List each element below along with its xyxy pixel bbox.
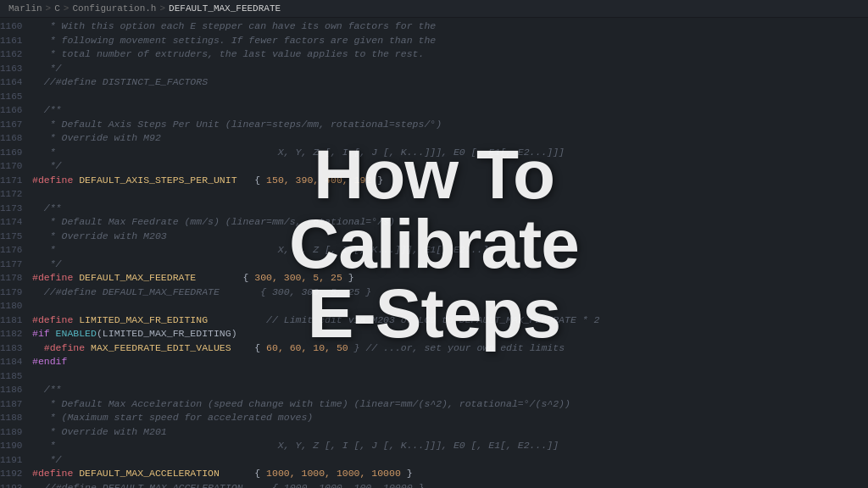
code-line: 1165 <box>0 90 868 104</box>
line-number: 1186 <box>0 383 32 397</box>
line-content: * Override with M92 <box>32 131 868 146</box>
line-content: * total number of extruders, the last va… <box>32 47 868 62</box>
code-line: 1192#define DEFAULT_MAX_ACCELERATION { 1… <box>0 467 868 481</box>
line-number: 1191 <box>0 453 32 468</box>
code-token: DEFAULT_MAX_FEEDRATE <box>79 272 196 283</box>
code-token: 1000, 1000, 1000, 10000 <box>266 468 401 479</box>
line-number: 1180 <box>0 299 32 313</box>
code-token: LIMITED_MAX_FR_EDITING <box>79 314 208 325</box>
breadcrumb-marlin: Marlin <box>8 3 42 14</box>
line-content: #define DEFAULT_AXIS_STEPS_PER_UNIT { 15… <box>32 174 868 188</box>
line-content: #define MAX_FEEDRATE_EDIT_VALUES { 60, 6… <box>32 341 868 356</box>
line-content: * Default Axis Steps Per Unit (linear=st… <box>32 118 868 132</box>
code-token: 150, 390, 400, 192 <box>266 175 371 186</box>
line-number: 1178 <box>0 271 32 286</box>
breadcrumb-c: C <box>54 3 60 14</box>
code-token: } // ...or, set your own edit limits <box>348 342 565 353</box>
breadcrumb-sep2: > <box>64 3 70 14</box>
line-content: /** <box>32 103 868 118</box>
code-token: * X, Y, Z [, I [, J [, K...]]], E0 [, E1… <box>32 440 559 451</box>
code-line: 1186 /** <box>0 383 868 397</box>
breadcrumb-sep1: > <box>46 3 52 14</box>
code-token: // Limit edit via M203 or LCD to DEFAULT… <box>208 314 599 325</box>
code-token: * Override with M203 <box>32 230 167 241</box>
line-number: 1189 <box>0 425 32 440</box>
code-token: DEFAULT_AXIS_STEPS_PER_UNIT <box>79 175 236 186</box>
code-token: * X, Y, Z [, I [, K...]]], E1[, E2...] <box>32 244 488 255</box>
code-line: 1178#define DEFAULT_MAX_FEEDRATE { 300, … <box>0 271 868 286</box>
line-number: 1171 <box>0 174 32 188</box>
line-content: */ <box>32 453 868 468</box>
line-number: 1165 <box>0 90 32 104</box>
code-line: 1189 * Override with M201 <box>0 425 868 440</box>
line-content: * following movement settings. If fewer … <box>32 34 868 48</box>
code-token: #define <box>32 314 79 325</box>
code-line: 1187 * Default Max Acceleration (speed c… <box>0 397 868 412</box>
code-line: 1163 */ <box>0 62 868 76</box>
line-content: #if ENABLED(LIMITED_MAX_FR_EDITING) <box>32 327 868 341</box>
code-line: 1177 */ <box>0 258 868 272</box>
line-number: 1161 <box>0 34 32 48</box>
code-token: /** <box>32 104 62 115</box>
code-token: * total number of extruders, the last va… <box>32 48 424 59</box>
line-content: * Override with M203 <box>32 230 868 244</box>
code-token: * Default Max Acceleration (speed change… <box>32 398 570 409</box>
line-content: //#define DISTINCT_E_FACTORS <box>32 75 868 90</box>
code-line: 1160 * With this option each E stepper c… <box>0 19 868 34</box>
main-container: Marlin > C > Configuration.h > DEFAULT_M… <box>0 0 868 488</box>
code-token: * Default Max Feedrate (mm/s) (linear=mm… <box>32 216 395 227</box>
code-token: //#define DEFAULT_MAX_ACCELERATION { 100… <box>32 482 424 489</box>
line-content: * With this option each E stepper can ha… <box>32 19 868 34</box>
code-token: #define <box>32 272 79 283</box>
code-token: MAX_FEEDRATE_EDIT_VALUES <box>91 342 231 353</box>
code-token: #define <box>32 468 79 479</box>
code-line: 1193 //#define DEFAULT_MAX_ACCELERATION … <box>0 481 868 489</box>
code-line: 1190 * X, Y, Z [, I [, J [, K...]]], E0 … <box>0 439 868 453</box>
line-number: 1188 <box>0 411 32 425</box>
code-token: * following movement settings. If fewer … <box>32 35 436 46</box>
line-content: /** <box>32 383 868 397</box>
code-token: { <box>231 342 266 353</box>
line-number: 1162 <box>0 47 32 62</box>
code-token: #if <box>32 328 56 339</box>
line-content: #endif <box>32 355 868 369</box>
code-token: */ <box>32 160 62 171</box>
line-content: * X, Y, Z [, I [, K...]]], E1[, E2...] <box>32 243 868 258</box>
line-content: #define DEFAULT_MAX_FEEDRATE { 300, 300,… <box>32 271 868 286</box>
code-line: 1168 * Override with M92 <box>0 131 868 146</box>
code-token: } <box>342 272 354 283</box>
line-content: */ <box>32 62 868 76</box>
code-token: ENABLED <box>56 328 97 339</box>
code-token: /** <box>32 384 62 395</box>
code-line: 1175 * Override with M203 <box>0 230 868 244</box>
line-number: 1160 <box>0 19 32 34</box>
breadcrumb: Marlin > C > Configuration.h > DEFAULT_M… <box>0 0 868 18</box>
line-number: 1163 <box>0 62 32 76</box>
code-lines: 1160 * With this option each E stepper c… <box>0 18 868 488</box>
line-number: 1187 <box>0 397 32 412</box>
line-number: 1164 <box>0 75 32 90</box>
code-token: * Override with M92 <box>32 132 161 143</box>
code-line: 1162 * total number of extruders, the la… <box>0 47 868 62</box>
code-token: 60, 60, 10, 50 <box>266 342 348 353</box>
line-content: /** <box>32 202 868 216</box>
line-content: * (Maximum start speed for accelerated m… <box>32 411 868 425</box>
breadcrumb-file: Configuration.h <box>72 3 156 14</box>
line-number: 1185 <box>0 369 32 384</box>
code-token: { <box>220 468 266 479</box>
code-token: } <box>401 468 413 479</box>
code-token: DEFAULT_MAX_ACCELERATION <box>79 468 220 479</box>
line-number: 1177 <box>0 258 32 272</box>
line-content: * Default Max Acceleration (speed change… <box>32 397 868 412</box>
code-line: 1181#define LIMITED_MAX_FR_EDITING // Li… <box>0 313 868 328</box>
line-content: //#define DEFAULT_MAX_FEEDRATE { 300, 30… <box>32 286 868 300</box>
code-line: 1169 * X, Y, Z [, I [, J [, K...]]], E0 … <box>0 146 868 160</box>
line-number: 1173 <box>0 202 32 216</box>
code-line: 1174 * Default Max Feedrate (mm/s) (line… <box>0 215 868 230</box>
line-number: 1174 <box>0 215 32 230</box>
code-token: { <box>196 272 254 283</box>
breadcrumb-section: DEFAULT_MAX_FEEDRATE <box>169 3 281 14</box>
line-number: 1170 <box>0 159 32 174</box>
line-number: 1184 <box>0 355 32 369</box>
line-content: */ <box>32 258 868 272</box>
